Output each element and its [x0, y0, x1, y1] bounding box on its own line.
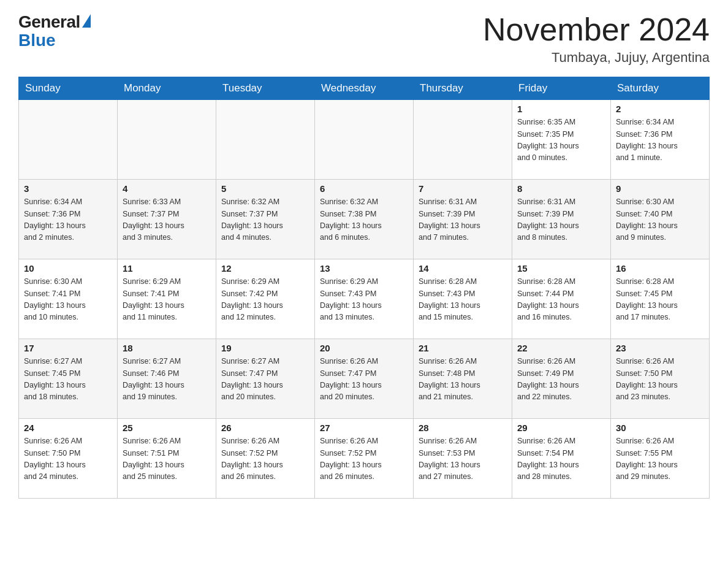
cell-sun-info: Sunrise: 6:26 AM Sunset: 7:52 PM Dayligh…	[221, 435, 309, 483]
cell-sun-info: Sunrise: 6:26 AM Sunset: 7:54 PM Dayligh…	[517, 435, 605, 483]
cell-sun-info: Sunrise: 6:26 AM Sunset: 7:51 PM Dayligh…	[123, 435, 211, 483]
cell-sun-info: Sunrise: 6:34 AM Sunset: 7:36 PM Dayligh…	[616, 117, 704, 164]
calendar-header-wednesday: Wednesday	[315, 77, 414, 100]
location-subtitle: Tumbaya, Jujuy, Argentina	[483, 50, 710, 66]
cell-day-number: 22	[517, 343, 605, 353]
calendar-cell: 12Sunrise: 6:29 AM Sunset: 7:42 PM Dayli…	[216, 259, 315, 339]
calendar-cell: 27Sunrise: 6:26 AM Sunset: 7:52 PM Dayli…	[315, 419, 414, 499]
calendar-cell: 6Sunrise: 6:32 AM Sunset: 7:38 PM Daylig…	[315, 180, 414, 259]
cell-day-number: 30	[616, 423, 704, 433]
calendar-cell: 8Sunrise: 6:31 AM Sunset: 7:39 PM Daylig…	[512, 180, 611, 259]
cell-day-number: 17	[24, 343, 112, 353]
cell-sun-info: Sunrise: 6:33 AM Sunset: 7:37 PM Dayligh…	[123, 196, 211, 244]
cell-day-number: 20	[320, 343, 408, 353]
calendar-cell: 18Sunrise: 6:27 AM Sunset: 7:46 PM Dayli…	[118, 339, 216, 419]
cell-sun-info: Sunrise: 6:31 AM Sunset: 7:39 PM Dayligh…	[419, 196, 507, 244]
cell-day-number: 29	[517, 423, 605, 433]
cell-day-number: 25	[123, 423, 211, 433]
month-year-title: November 2024	[483, 12, 710, 47]
title-section: November 2024 Tumbaya, Jujuy, Argentina	[483, 12, 710, 66]
cell-sun-info: Sunrise: 6:26 AM Sunset: 7:49 PM Dayligh…	[517, 356, 605, 404]
cell-sun-info: Sunrise: 6:29 AM Sunset: 7:42 PM Dayligh…	[221, 276, 309, 324]
logo-general-text: General	[18, 12, 80, 32]
calendar-cell: 26Sunrise: 6:26 AM Sunset: 7:52 PM Dayli…	[216, 419, 315, 499]
cell-sun-info: Sunrise: 6:26 AM Sunset: 7:50 PM Dayligh…	[616, 356, 704, 404]
cell-day-number: 19	[221, 343, 309, 353]
calendar-header-row: SundayMondayTuesdayWednesdayThursdayFrid…	[19, 77, 710, 100]
calendar-header-thursday: Thursday	[414, 77, 512, 100]
cell-day-number: 21	[419, 343, 507, 353]
cell-sun-info: Sunrise: 6:35 AM Sunset: 7:35 PM Dayligh…	[517, 117, 605, 164]
cell-day-number: 16	[616, 263, 704, 274]
calendar-cell: 24Sunrise: 6:26 AM Sunset: 7:50 PM Dayli…	[19, 419, 118, 499]
cell-sun-info: Sunrise: 6:30 AM Sunset: 7:40 PM Dayligh…	[616, 196, 704, 244]
calendar-header-sunday: Sunday	[19, 77, 118, 100]
page-header: General Blue November 2024 Tumbaya, Juju…	[18, 12, 710, 66]
cell-day-number: 6	[320, 183, 408, 194]
logo: General Blue	[18, 12, 91, 49]
cell-sun-info: Sunrise: 6:26 AM Sunset: 7:53 PM Dayligh…	[419, 435, 507, 483]
calendar-cell	[19, 100, 118, 180]
calendar-cell: 16Sunrise: 6:28 AM Sunset: 7:45 PM Dayli…	[611, 259, 710, 339]
cell-day-number: 15	[517, 263, 605, 274]
cell-sun-info: Sunrise: 6:29 AM Sunset: 7:43 PM Dayligh…	[320, 276, 408, 324]
cell-sun-info: Sunrise: 6:28 AM Sunset: 7:43 PM Dayligh…	[419, 276, 507, 324]
calendar-cell: 9Sunrise: 6:30 AM Sunset: 7:40 PM Daylig…	[611, 180, 710, 259]
cell-day-number: 14	[419, 263, 507, 274]
cell-sun-info: Sunrise: 6:26 AM Sunset: 7:48 PM Dayligh…	[419, 356, 507, 404]
calendar-header-saturday: Saturday	[611, 77, 710, 100]
calendar-cell: 14Sunrise: 6:28 AM Sunset: 7:43 PM Dayli…	[414, 259, 512, 339]
calendar-cell	[414, 100, 512, 180]
calendar-cell: 5Sunrise: 6:32 AM Sunset: 7:37 PM Daylig…	[216, 180, 315, 259]
calendar-cell: 10Sunrise: 6:30 AM Sunset: 7:41 PM Dayli…	[19, 259, 118, 339]
calendar-week-row: 3Sunrise: 6:34 AM Sunset: 7:36 PM Daylig…	[19, 180, 710, 259]
logo-triangle-icon	[82, 14, 91, 28]
calendar-week-row: 17Sunrise: 6:27 AM Sunset: 7:45 PM Dayli…	[19, 339, 710, 419]
cell-day-number: 9	[616, 183, 704, 194]
calendar-header-monday: Monday	[118, 77, 216, 100]
calendar-cell: 25Sunrise: 6:26 AM Sunset: 7:51 PM Dayli…	[118, 419, 216, 499]
calendar-cell: 13Sunrise: 6:29 AM Sunset: 7:43 PM Dayli…	[315, 259, 414, 339]
calendar-cell: 28Sunrise: 6:26 AM Sunset: 7:53 PM Dayli…	[414, 419, 512, 499]
cell-day-number: 11	[123, 263, 211, 274]
calendar-cell: 22Sunrise: 6:26 AM Sunset: 7:49 PM Dayli…	[512, 339, 611, 419]
cell-day-number: 13	[320, 263, 408, 274]
cell-sun-info: Sunrise: 6:27 AM Sunset: 7:47 PM Dayligh…	[221, 356, 309, 404]
calendar-header-tuesday: Tuesday	[216, 77, 315, 100]
cell-day-number: 1	[517, 104, 605, 114]
cell-sun-info: Sunrise: 6:32 AM Sunset: 7:37 PM Dayligh…	[221, 196, 309, 244]
cell-sun-info: Sunrise: 6:27 AM Sunset: 7:45 PM Dayligh…	[24, 356, 112, 404]
calendar-cell	[118, 100, 216, 180]
calendar-cell: 1Sunrise: 6:35 AM Sunset: 7:35 PM Daylig…	[512, 100, 611, 180]
calendar-week-row: 24Sunrise: 6:26 AM Sunset: 7:50 PM Dayli…	[19, 419, 710, 499]
calendar-week-row: 1Sunrise: 6:35 AM Sunset: 7:35 PM Daylig…	[19, 100, 710, 180]
cell-sun-info: Sunrise: 6:29 AM Sunset: 7:41 PM Dayligh…	[123, 276, 211, 324]
logo-blue-text: Blue	[18, 32, 56, 49]
cell-sun-info: Sunrise: 6:26 AM Sunset: 7:55 PM Dayligh…	[616, 435, 704, 483]
cell-sun-info: Sunrise: 6:26 AM Sunset: 7:50 PM Dayligh…	[24, 435, 112, 483]
calendar-cell: 20Sunrise: 6:26 AM Sunset: 7:47 PM Dayli…	[315, 339, 414, 419]
cell-day-number: 28	[419, 423, 507, 433]
cell-day-number: 5	[221, 183, 309, 194]
cell-day-number: 12	[221, 263, 309, 274]
calendar-cell: 23Sunrise: 6:26 AM Sunset: 7:50 PM Dayli…	[611, 339, 710, 419]
cell-day-number: 26	[221, 423, 309, 433]
cell-day-number: 18	[123, 343, 211, 353]
cell-sun-info: Sunrise: 6:34 AM Sunset: 7:36 PM Dayligh…	[24, 196, 112, 244]
calendar-cell: 21Sunrise: 6:26 AM Sunset: 7:48 PM Dayli…	[414, 339, 512, 419]
calendar-cell: 4Sunrise: 6:33 AM Sunset: 7:37 PM Daylig…	[118, 180, 216, 259]
cell-day-number: 3	[24, 183, 112, 194]
calendar-cell	[315, 100, 414, 180]
calendar-cell: 15Sunrise: 6:28 AM Sunset: 7:44 PM Dayli…	[512, 259, 611, 339]
cell-day-number: 10	[24, 263, 112, 274]
calendar-header-friday: Friday	[512, 77, 611, 100]
cell-day-number: 24	[24, 423, 112, 433]
cell-day-number: 27	[320, 423, 408, 433]
calendar-cell: 29Sunrise: 6:26 AM Sunset: 7:54 PM Dayli…	[512, 419, 611, 499]
calendar-cell	[216, 100, 315, 180]
cell-sun-info: Sunrise: 6:28 AM Sunset: 7:45 PM Dayligh…	[616, 276, 704, 324]
calendar-table: SundayMondayTuesdayWednesdayThursdayFrid…	[18, 77, 710, 499]
calendar-week-row: 10Sunrise: 6:30 AM Sunset: 7:41 PM Dayli…	[19, 259, 710, 339]
cell-sun-info: Sunrise: 6:32 AM Sunset: 7:38 PM Dayligh…	[320, 196, 408, 244]
calendar-cell: 2Sunrise: 6:34 AM Sunset: 7:36 PM Daylig…	[611, 100, 710, 180]
